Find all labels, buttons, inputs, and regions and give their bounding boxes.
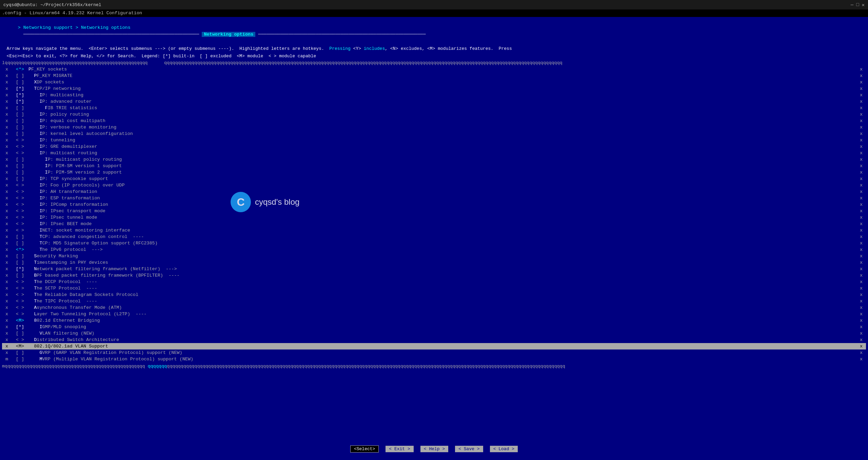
menu-item[interactable]: x < > IP: Foo (IP protocols) over UDP x — [2, 182, 866, 188]
exit-button[interactable]: < Exit > — [386, 446, 413, 452]
menu-item[interactable]: x < > INET: socket monitoring interface … — [2, 227, 866, 234]
minimize-icon[interactable]: — — [851, 2, 853, 8]
help-line-1: Arrow keys navigate the menu. <Enter> se… — [0, 45, 868, 53]
menu-item[interactable]: x [ ] PF_KEY MIGRATE x — [2, 73, 866, 79]
menu-item[interactable]: x < > IP: IPComp transformation x — [2, 201, 866, 208]
window-title: cyqsd@ubuntu: ~/Project/rk356x/kernel — [3, 2, 101, 7]
menu-item[interactable]: x < > IP: IPsec BEET mode x — [2, 221, 866, 227]
menu-item[interactable]: x < > The Reliable Datagram Sockets Prot… — [2, 292, 866, 298]
menu-item[interactable]: x [ ] IP: policy routing x — [2, 111, 866, 118]
menu-item[interactable]: x [ ] Timestamping in PHY devices x — [2, 259, 866, 266]
menu-item[interactable]: x < > IP: tunneling x — [2, 137, 866, 143]
menu-rows: lqqqqqqqqqqqqqqqqqqqqqqqqqqqqqqqqqqqqqqq… — [0, 60, 868, 443]
menu-item[interactable]: x [*] IP: multicasting x — [2, 92, 866, 98]
menu-item[interactable]: x [ ] TCP: advanced congestion control -… — [2, 234, 866, 240]
menu-item[interactable]: x <*> The IPv6 protocol ---> x — [2, 246, 866, 253]
menu-item[interactable]: x < > The SCTP Protocol ---- x — [2, 285, 866, 292]
load-button[interactable]: < Load > — [490, 446, 518, 452]
menu-item[interactable]: x [ ] VLAN filtering (NEW) x — [2, 330, 866, 337]
menu-item-selected[interactable]: x <M> 802.1Q/802.1ad VLAN Support x — [2, 343, 866, 349]
menu-item[interactable]: x [ ] IP: TCP syncookie support x — [2, 176, 866, 182]
menu-item[interactable]: x < > Asynchronous Transfer Mode (ATM) x — [2, 304, 866, 311]
menu-item[interactable]: x < > IP: IPsec tunnel mode x — [2, 214, 866, 221]
menu-item[interactable]: x [ ] IP: kernel level autoconfiguration… — [2, 131, 866, 137]
menu-item[interactable]: x [ ] Security Marking x — [2, 253, 866, 259]
side-indicator: x — [2, 66, 12, 73]
menu-item[interactable]: x [ ] IP: equal cost multipath x — [2, 118, 866, 124]
menuconfig-area: .config - Linux/arm64 4.19.232 Kernel Co… — [0, 9, 868, 460]
menu-item[interactable]: x [ ] XDP sockets x — [2, 79, 866, 85]
menu-item[interactable]: x [*] Network packet filtering framework… — [2, 266, 866, 272]
frame-top: lqqqqqqqqqqqqqqqqqqqqqqqqqqqqqqqqqqqqqqq… — [2, 60, 866, 66]
help-line-2: <Esc><Esc> to exit, <?> for Help, </> fo… — [0, 53, 868, 60]
menu-item[interactable]: x < > Layer Two Tunneling Protocol (L2TP… — [2, 311, 866, 317]
title-bar: cyqsd@ubuntu: ~/Project/rk356x/kernel — … — [0, 0, 868, 9]
select-button[interactable]: <Select> — [350, 445, 379, 453]
menu-item[interactable]: x < > IP: ESP transformation x — [2, 195, 866, 201]
menu-item[interactable]: x [ ] TCP: MD5 Signature Option support … — [2, 240, 866, 246]
breadcrumb-text: > Networking support > Networking option… — [18, 25, 131, 30]
help-button[interactable]: < Help > — [420, 446, 448, 452]
menu-item[interactable]: x [*] IP: advanced router x — [2, 98, 866, 105]
config-title: .config - Linux/arm64 4.19.232 Kernel Co… — [0, 9, 868, 17]
menu-item[interactable]: x <M> 802.1d Ethernet Bridging x — [2, 317, 866, 324]
menu-item[interactable]: x [ ] IP: PIM-SM version 2 support x — [2, 169, 866, 176]
menu-item[interactable]: x [ ] GVRP (GARP VLAN Registration Proto… — [2, 349, 866, 356]
menu-item[interactable]: x [ ] BPF based packet filtering framewo… — [2, 272, 866, 279]
menu-item[interactable]: x < > The TIPC Protocol ---- x — [2, 298, 866, 304]
menu-item[interactable]: x < > IP: multicast routing x — [2, 150, 866, 156]
menu-item[interactable]: x <*> PF_KEY sockets x — [2, 66, 866, 73]
menu-item[interactable]: x < > The DCCP Protocol ---- x — [2, 279, 866, 285]
menu-item[interactable]: x [ ] IP: verbose route monitoring x — [2, 124, 866, 131]
maximize-icon[interactable]: □ — [856, 2, 859, 8]
breadcrumb: > Networking support > Networking option… — [0, 17, 868, 45]
menu-item[interactable]: x [ ] IP: PIM-SM version 1 support x — [2, 163, 866, 169]
menu-item[interactable]: m [ ] MVRP (Multiple VLAN Registration P… — [2, 356, 866, 362]
bottom-button-bar: <Select> < Exit > < Help > < Save > < Lo… — [0, 443, 868, 454]
frame-bottom: mqqqqqqqqqqqqqqqqqqqqqqqqqqqqqqqqqqqqqqq… — [2, 363, 866, 369]
window-controls[interactable]: — □ ✕ — [851, 2, 865, 8]
menu-item[interactable]: x [ ] IP: multicast policy routing x — [2, 156, 866, 163]
close-icon[interactable]: ✕ — [862, 2, 865, 8]
menu-item[interactable]: x < > IP: AH transformation x — [2, 188, 866, 195]
menu-item[interactable]: x [ ] FIB TRIE statistics x — [2, 105, 866, 111]
menu-item[interactable]: x < > IP: IPsec transport mode x — [2, 208, 866, 214]
terminal-window: cyqsd@ubuntu: ~/Project/rk356x/kernel — … — [0, 0, 868, 460]
menu-item[interactable]: x [*] IGMP/MLD snooping x — [2, 324, 866, 330]
menu-item[interactable]: x < > Distributed Switch Architecture x — [2, 337, 866, 343]
status-bar — [0, 454, 868, 460]
menu-item[interactable]: x < > IP: GRE demultiplexer x — [2, 143, 866, 150]
save-button[interactable]: < Save > — [455, 446, 483, 452]
menu-item[interactable]: x [*] TCP/IP networking x — [2, 85, 866, 92]
